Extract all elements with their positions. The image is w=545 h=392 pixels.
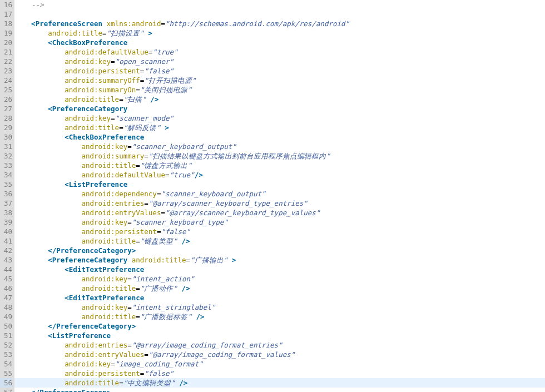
code-line[interactable]: android:title="扫描" /> (14, 95, 545, 104)
code-line[interactable]: android:title="键盘方式输出" (14, 161, 545, 170)
code-line[interactable]: android:title="扫描设置" > (14, 28, 545, 38)
line-number: 43 (0, 255, 12, 265)
line-number: 19 (0, 28, 12, 38)
line-number: 49 (0, 312, 12, 321)
code-line[interactable]: <EditTextPreference (14, 265, 545, 274)
line-number: 29 (0, 123, 12, 132)
line-number: 31 (0, 142, 12, 151)
line-number: 42 (0, 246, 12, 255)
code-line[interactable]: android:key="image_coding_format" (14, 359, 545, 369)
line-number: 55 (0, 369, 12, 378)
code-line[interactable]: android:key="intent_action" (14, 274, 545, 284)
line-number: 22 (0, 57, 12, 66)
code-line[interactable]: android:key="scanner_mode" (14, 113, 545, 123)
code-line[interactable]: android:summaryOff="打开扫描电源" (14, 76, 545, 85)
code-line[interactable]: android:key="intent_stringlabel" (14, 302, 545, 312)
code-line[interactable]: <ListPreference (14, 331, 545, 340)
code-line[interactable]: android:key="scanner_keyboard_output" (14, 142, 545, 151)
line-number: 33 (0, 161, 12, 170)
code-line[interactable] (14, 9, 545, 19)
code-line[interactable]: android:persistent="false" (14, 66, 545, 76)
line-number: 17 (0, 9, 12, 19)
code-line[interactable]: <CheckBoxPreference (14, 132, 545, 142)
line-number: 46 (0, 284, 12, 293)
code-line[interactable]: android:defaultValue="true" (14, 47, 545, 57)
code-line[interactable]: <EditTextPreference (14, 293, 545, 302)
line-number: 34 (0, 170, 12, 180)
code-line[interactable]: android:persistent="false" (14, 369, 545, 378)
line-number: 52 (0, 340, 12, 350)
line-number: 51 (0, 331, 12, 340)
code-line[interactable]: android:title="键盘类型" /> (14, 236, 545, 246)
code-line[interactable]: android:defaultValue="true"/> (14, 170, 545, 180)
code-line[interactable]: android:summaryOn="关闭扫描电源" (14, 85, 545, 95)
code-line[interactable]: </PreferenceCategory> (14, 321, 545, 331)
line-number: 18 (0, 19, 12, 28)
line-number: 47 (0, 293, 12, 302)
line-number: 48 (0, 302, 12, 312)
code-line[interactable]: android:persistent="false" (14, 227, 545, 236)
line-number: 21 (0, 47, 12, 57)
line-number: 23 (0, 66, 12, 76)
line-number: 45 (0, 274, 12, 284)
code-line[interactable]: </PreferenceScreen> (14, 388, 545, 392)
line-number: 54 (0, 359, 12, 369)
code-line[interactable]: <ListPreference (14, 180, 545, 189)
code-line[interactable]: <CheckBoxPreference (14, 38, 545, 47)
line-number: 24 (0, 76, 12, 85)
code-line[interactable]: android:title="广播数据标签" /> (14, 312, 545, 321)
line-number: 16 (0, 0, 12, 9)
code-line[interactable]: <PreferenceScreen xmlns:android="http://… (14, 19, 545, 28)
code-editor-area[interactable]: --> <PreferenceScreen xmlns:android="htt… (14, 0, 545, 392)
code-line[interactable]: android:title="中文编辑类型" /> (14, 378, 545, 388)
code-line[interactable]: <PreferenceCategory android:title="广播输出"… (14, 255, 545, 265)
line-number: 30 (0, 132, 12, 142)
code-line[interactable]: android:key="open_scanner" (14, 57, 545, 66)
line-number: 20 (0, 38, 12, 47)
line-number: 32 (0, 151, 12, 161)
code-line[interactable]: android:entryValues="@array/scanner_keyb… (14, 208, 545, 217)
line-number: 41 (0, 236, 12, 246)
line-number: 40 (0, 227, 12, 236)
code-line[interactable]: android:key="scanner_keyboard_type" (14, 217, 545, 227)
line-number: 39 (0, 217, 12, 227)
line-number: 44 (0, 265, 12, 274)
line-number: 28 (0, 113, 12, 123)
code-line[interactable]: android:title="解码反馈" > (14, 123, 545, 132)
code-line[interactable]: <PreferenceCategory (14, 104, 545, 113)
code-line[interactable]: android:entries="@array/image_coding_for… (14, 340, 545, 350)
line-number-gutter: 1617181920212223242526272829303132333435… (0, 0, 14, 392)
line-number: 56 (0, 378, 12, 388)
code-line[interactable]: android:title="广播动作" /> (14, 284, 545, 293)
line-number: 50 (0, 321, 12, 331)
code-line[interactable]: </PreferenceCategory> (14, 246, 545, 255)
line-number: 57 (0, 388, 12, 392)
line-number: 26 (0, 95, 12, 104)
line-number: 53 (0, 350, 12, 359)
code-line[interactable]: android:entries="@array/scanner_keyboard… (14, 199, 545, 208)
line-number: 36 (0, 189, 12, 199)
code-line[interactable]: android:summary="扫描结果以键盘方式输出到前台应用程序焦点编辑框… (14, 151, 545, 161)
code-line[interactable]: android:dependency="scanner_keyboard_out… (14, 189, 545, 199)
line-number: 35 (0, 180, 12, 189)
line-number: 25 (0, 85, 12, 95)
line-number: 27 (0, 104, 12, 113)
code-line[interactable]: --> (14, 0, 545, 9)
code-line[interactable]: android:entryValues="@array/image_coding… (14, 350, 545, 359)
line-number: 37 (0, 199, 12, 208)
line-number: 38 (0, 208, 12, 217)
